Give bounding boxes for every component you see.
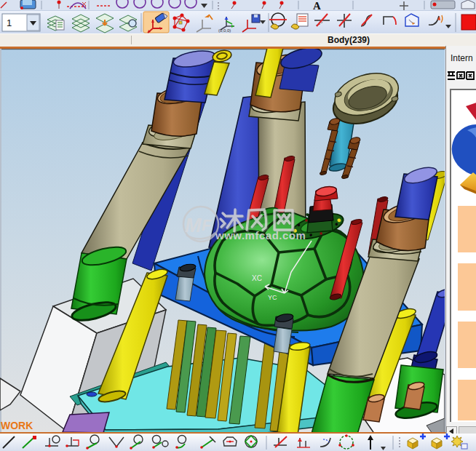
svg-text:(0,0,0): (0,0,0): [218, 28, 231, 33]
svg-text:www.mfcad.com: www.mfcad.com: [215, 229, 306, 242]
svg-text:XC: XC: [252, 274, 262, 282]
svg-text:F: F: [202, 216, 212, 234]
svg-text:M: M: [185, 215, 202, 236]
svg-text:A: A: [313, 0, 321, 10]
svg-text:1: 1: [7, 17, 12, 28]
svg-text:YC: YC: [268, 294, 277, 301]
